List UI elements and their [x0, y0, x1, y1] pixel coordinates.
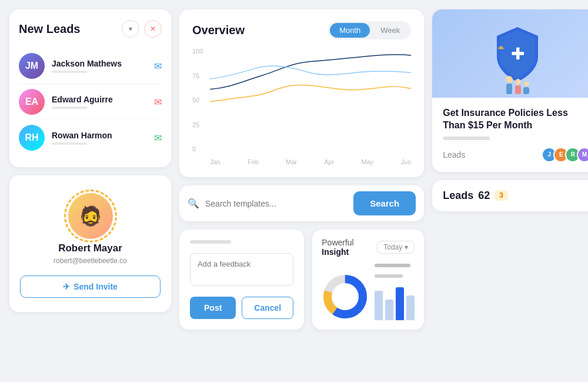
bar-line-2	[375, 274, 403, 278]
leads-badge: 3	[495, 190, 508, 201]
lead-name-edward: Edward Aguirre	[52, 95, 147, 104]
tab-group: Month Week	[328, 21, 411, 39]
avatar-stack: J E R M	[542, 147, 588, 162]
insight-card: Powerful Insight Today ▾	[312, 230, 424, 330]
search-inner: 🔍	[188, 198, 346, 209]
insurance-leads-label: Leads	[443, 150, 465, 160]
leads-label: Leads	[443, 190, 473, 202]
tab-month[interactable]: Month	[330, 23, 370, 38]
header-icons: ▾ ✕	[122, 20, 162, 38]
bar-row	[375, 285, 415, 320]
search-card: 🔍 Search	[179, 185, 424, 221]
lead-info-rowan: Rowan Harmon	[52, 131, 147, 145]
search-input[interactable]	[205, 199, 346, 208]
overview-card: Overview Month Week 100 75 50 25 0	[179, 9, 424, 177]
insight-right	[375, 264, 415, 320]
insurance-card: ✚ ❧ ❧	[432, 9, 588, 172]
x-label-feb: Feb	[248, 158, 259, 165]
x-label-jan: Jan	[210, 158, 220, 165]
feedback-actions: Post Cancel	[190, 297, 293, 319]
mail-icon-jackson[interactable]: ✉	[154, 61, 162, 72]
lead-item-rowan: RH Rowan Harmon ✉	[19, 120, 162, 155]
mail-icon-edward[interactable]: ✉	[154, 97, 162, 108]
x-label-jun: Jun	[401, 158, 412, 165]
tab-week[interactable]: Week	[371, 23, 409, 38]
leads-stats-row: Leads 62 3	[443, 190, 588, 202]
avatar-mini-4: M	[577, 147, 588, 162]
svg-text:✚: ✚	[511, 45, 524, 63]
bar-2	[385, 300, 393, 320]
lead-info-jackson: Jackson Mathews	[52, 59, 147, 73]
svg-point-3	[332, 284, 358, 310]
x-label-may: May	[362, 158, 374, 165]
bar-4	[406, 295, 415, 320]
bar-line-1	[375, 264, 410, 267]
profile-avatar-ring: 🧔	[64, 190, 117, 243]
y-label-0: 0	[192, 145, 203, 152]
leads-stats-card: Leads 62 3	[432, 180, 588, 211]
donut-chart	[322, 273, 369, 320]
figure-1	[506, 76, 513, 94]
send-icon: ✈	[63, 282, 70, 291]
search-icon: 🔍	[188, 198, 199, 209]
today-badge[interactable]: Today ▾	[377, 241, 415, 254]
chart-x-labels: Jan Feb Mar Apr May Jun	[210, 158, 411, 165]
donut-svg	[322, 273, 369, 320]
lead-name-jackson: Jackson Mathews	[52, 59, 147, 68]
insurance-title: Get Insurance Policies Less Than $15 Per…	[443, 107, 588, 132]
insight-title-bold: Insight	[322, 247, 349, 257]
overview-title: Overview	[192, 24, 245, 37]
figure-3	[523, 81, 529, 94]
shield-svg: ✚ ❧ ❧	[491, 24, 544, 83]
cancel-button[interactable]: Cancel	[242, 297, 293, 319]
avatar-edward: EA	[19, 89, 45, 115]
search-button[interactable]: Search	[353, 191, 416, 215]
send-invite-button[interactable]: ✈ Send Invite	[20, 275, 161, 298]
chart-y-labels: 100 75 50 25 0	[192, 48, 203, 165]
bar-3	[396, 287, 404, 320]
bottom-mid: Post Cancel Powerful Insight Today ▾	[179, 230, 424, 330]
insight-header: Powerful Insight Today ▾	[322, 238, 415, 257]
new-leads-title: New Leads	[19, 22, 80, 36]
chevron-down-button[interactable]: ▾	[122, 20, 139, 38]
lead-bar-edward	[52, 107, 87, 109]
feedback-card: Post Cancel	[179, 230, 304, 330]
insurance-body: Get Insurance Policies Less Than $15 Per…	[432, 98, 588, 172]
new-leads-card: New Leads ▾ ✕ JM Jackson Mathews ✉ EA Ed…	[9, 9, 171, 167]
insurance-footer: Leads J E R M	[443, 147, 588, 162]
close-button[interactable]: ✕	[144, 20, 162, 38]
svg-text:❧: ❧	[497, 43, 504, 52]
x-label-apr: Apr	[324, 158, 334, 165]
send-invite-label: Send Invite	[74, 282, 118, 291]
chart-area: 100 75 50 25 0 Jan Feb Mar Apr May Jun	[192, 48, 411, 165]
chevron-icon: ▾	[405, 243, 408, 251]
y-label-25: 25	[192, 121, 203, 128]
profile-avatar: 🧔	[68, 193, 113, 239]
lead-bar-rowan	[52, 142, 87, 145]
figure-2	[515, 79, 521, 94]
bar-1	[375, 291, 383, 320]
insight-title-plain: Powerful	[322, 238, 353, 247]
insurance-bar	[443, 137, 490, 140]
avatar-rowan: RH	[19, 125, 45, 151]
leads-count: 62	[478, 190, 490, 202]
lead-info-edward: Edward Aguirre	[52, 95, 147, 109]
feedback-textarea[interactable]	[190, 253, 293, 286]
insight-title: Powerful Insight	[322, 238, 377, 257]
chart-svg	[210, 48, 411, 109]
insight-body	[322, 264, 415, 320]
lead-bar-jackson	[52, 71, 87, 73]
feedback-bar-top	[190, 240, 231, 244]
lead-name-rowan: Rowan Harmon	[52, 131, 147, 140]
profile-email: robert@beetlebeetle.co	[54, 257, 127, 265]
lead-item-edward: EA Edward Aguirre ✉	[19, 84, 162, 120]
avatar-jackson: JM	[19, 53, 45, 79]
mail-icon-rowan[interactable]: ✉	[154, 132, 162, 144]
profile-name: Robert Mayar	[58, 243, 122, 254]
y-label-100: 100	[192, 48, 203, 55]
today-label: Today	[383, 243, 402, 251]
x-label-mar: Mar	[286, 158, 297, 165]
post-button[interactable]: Post	[190, 297, 236, 319]
overview-header: Overview Month Week	[192, 21, 411, 39]
profile-card: 🧔 Robert Mayar robert@beetlebeetle.co ✈ …	[9, 175, 171, 312]
